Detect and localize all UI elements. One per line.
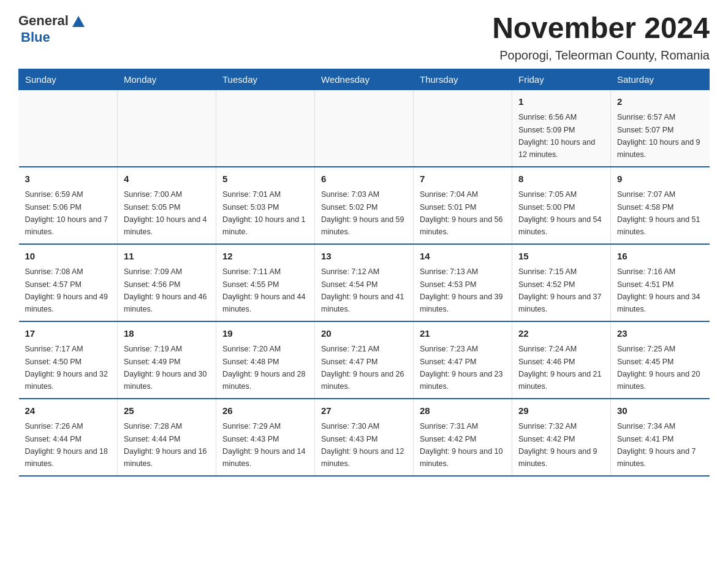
main-title: November 2024 — [492, 12, 710, 45]
calendar-cell: 25Sunrise: 7:28 AMSunset: 4:44 PMDayligh… — [118, 399, 216, 476]
calendar-cell: 11Sunrise: 7:09 AMSunset: 4:56 PMDayligh… — [118, 244, 216, 321]
calendar-cell: 17Sunrise: 7:17 AMSunset: 4:50 PMDayligh… — [19, 321, 118, 399]
calendar-cell: 28Sunrise: 7:31 AMSunset: 4:42 PMDayligh… — [414, 399, 512, 476]
day-info: Sunrise: 7:26 AMSunset: 4:44 PMDaylight:… — [25, 422, 108, 468]
calendar-cell: 26Sunrise: 7:29 AMSunset: 4:43 PMDayligh… — [216, 399, 315, 476]
calendar-cell: 24Sunrise: 7:26 AMSunset: 4:44 PMDayligh… — [19, 399, 118, 476]
calendar-cell — [216, 90, 315, 167]
day-number: 18 — [124, 327, 210, 341]
day-info: Sunrise: 7:20 AMSunset: 4:48 PMDaylight:… — [222, 345, 306, 391]
day-info: Sunrise: 7:17 AMSunset: 4:50 PMDaylight:… — [25, 345, 108, 391]
day-number: 14 — [420, 250, 506, 264]
day-info: Sunrise: 7:03 AMSunset: 5:02 PMDaylight:… — [321, 190, 404, 236]
day-number: 2 — [617, 95, 703, 109]
calendar-cell: 2Sunrise: 6:57 AMSunset: 5:07 PMDaylight… — [611, 90, 710, 167]
calendar-cell: 21Sunrise: 7:23 AMSunset: 4:47 PMDayligh… — [414, 321, 512, 399]
day-info: Sunrise: 7:07 AMSunset: 4:58 PMDaylight:… — [617, 190, 700, 236]
day-info: Sunrise: 7:31 AMSunset: 4:42 PMDaylight:… — [420, 422, 503, 468]
day-number: 26 — [222, 404, 308, 418]
day-info: Sunrise: 7:16 AMSunset: 4:51 PMDaylight:… — [617, 267, 700, 313]
calendar-cell: 13Sunrise: 7:12 AMSunset: 4:54 PMDayligh… — [315, 244, 414, 321]
title-section: November 2024 Poporogi, Teleorman County… — [492, 12, 710, 63]
day-info: Sunrise: 7:13 AMSunset: 4:53 PMDaylight:… — [420, 267, 503, 313]
calendar-cell: 20Sunrise: 7:21 AMSunset: 4:47 PMDayligh… — [315, 321, 414, 399]
calendar-cell — [118, 90, 216, 167]
calendar-header-thursday: Thursday — [414, 69, 512, 90]
calendar-cell: 9Sunrise: 7:07 AMSunset: 4:58 PMDaylight… — [611, 167, 710, 244]
logo-general-text: General — [18, 13, 69, 29]
calendar-header-tuesday: Tuesday — [216, 69, 315, 90]
calendar-cell: 15Sunrise: 7:15 AMSunset: 4:52 PMDayligh… — [512, 244, 611, 321]
subtitle: Poporogi, Teleorman County, Romania — [492, 48, 710, 63]
day-info: Sunrise: 7:05 AMSunset: 5:00 PMDaylight:… — [518, 190, 602, 236]
calendar-cell: 14Sunrise: 7:13 AMSunset: 4:53 PMDayligh… — [414, 244, 512, 321]
day-number: 17 — [25, 327, 112, 341]
calendar-cell: 19Sunrise: 7:20 AMSunset: 4:48 PMDayligh… — [216, 321, 315, 399]
calendar-header-monday: Monday — [118, 69, 216, 90]
day-number: 24 — [25, 404, 112, 418]
day-number: 25 — [124, 404, 210, 418]
page-header: General Blue November 2024 Poporogi, Tel… — [18, 12, 710, 63]
calendar-header-sunday: Sunday — [19, 69, 118, 90]
day-info: Sunrise: 7:32 AMSunset: 4:42 PMDaylight:… — [518, 422, 597, 468]
calendar-table: SundayMondayTuesdayWednesdayThursdayFrid… — [18, 69, 710, 477]
day-info: Sunrise: 6:56 AMSunset: 5:09 PMDaylight:… — [518, 113, 595, 159]
day-number: 15 — [518, 250, 604, 264]
calendar-cell: 22Sunrise: 7:24 AMSunset: 4:46 PMDayligh… — [512, 321, 611, 399]
day-number: 9 — [617, 172, 703, 186]
calendar-cell: 8Sunrise: 7:05 AMSunset: 5:00 PMDaylight… — [512, 167, 611, 244]
calendar-cell: 10Sunrise: 7:08 AMSunset: 4:57 PMDayligh… — [19, 244, 118, 321]
calendar-header-friday: Friday — [512, 69, 611, 90]
day-number: 7 — [420, 172, 506, 186]
calendar-week-row: 1Sunrise: 6:56 AMSunset: 5:09 PMDaylight… — [19, 90, 710, 167]
calendar-cell: 7Sunrise: 7:04 AMSunset: 5:01 PMDaylight… — [414, 167, 512, 244]
day-number: 30 — [617, 404, 703, 418]
calendar-cell: 5Sunrise: 7:01 AMSunset: 5:03 PMDaylight… — [216, 167, 315, 244]
day-number: 16 — [617, 250, 703, 264]
day-number: 1 — [518, 95, 604, 109]
calendar-header-wednesday: Wednesday — [315, 69, 414, 90]
logo-blue-text: Blue — [21, 29, 50, 45]
day-info: Sunrise: 7:19 AMSunset: 4:49 PMDaylight:… — [124, 345, 207, 391]
day-number: 28 — [420, 404, 506, 418]
day-number: 29 — [518, 404, 604, 418]
calendar-cell — [19, 90, 118, 167]
day-info: Sunrise: 7:24 AMSunset: 4:46 PMDaylight:… — [518, 345, 602, 391]
day-info: Sunrise: 7:08 AMSunset: 4:57 PMDaylight:… — [25, 267, 108, 313]
day-number: 22 — [518, 327, 604, 341]
calendar-cell: 6Sunrise: 7:03 AMSunset: 5:02 PMDaylight… — [315, 167, 414, 244]
calendar-cell: 12Sunrise: 7:11 AMSunset: 4:55 PMDayligh… — [216, 244, 315, 321]
calendar-header-saturday: Saturday — [611, 69, 710, 90]
day-info: Sunrise: 7:34 AMSunset: 4:41 PMDaylight:… — [617, 422, 696, 468]
calendar-cell: 1Sunrise: 6:56 AMSunset: 5:09 PMDaylight… — [512, 90, 611, 167]
day-number: 11 — [124, 250, 210, 264]
calendar-header-row: SundayMondayTuesdayWednesdayThursdayFrid… — [19, 69, 710, 90]
day-info: Sunrise: 7:09 AMSunset: 4:56 PMDaylight:… — [124, 267, 207, 313]
day-info: Sunrise: 7:29 AMSunset: 4:43 PMDaylight:… — [222, 422, 306, 468]
calendar-cell: 3Sunrise: 6:59 AMSunset: 5:06 PMDaylight… — [19, 167, 118, 244]
calendar-cell — [414, 90, 512, 167]
day-info: Sunrise: 7:30 AMSunset: 4:43 PMDaylight:… — [321, 422, 404, 468]
calendar-cell: 16Sunrise: 7:16 AMSunset: 4:51 PMDayligh… — [611, 244, 710, 321]
day-info: Sunrise: 7:11 AMSunset: 4:55 PMDaylight:… — [222, 267, 306, 313]
day-number: 20 — [321, 327, 407, 341]
logo: General Blue — [18, 12, 87, 45]
day-info: Sunrise: 7:04 AMSunset: 5:01 PMDaylight:… — [420, 190, 503, 236]
day-number: 23 — [617, 327, 703, 341]
calendar-cell: 4Sunrise: 7:00 AMSunset: 5:05 PMDaylight… — [118, 167, 216, 244]
calendar-cell: 23Sunrise: 7:25 AMSunset: 4:45 PMDayligh… — [611, 321, 710, 399]
day-info: Sunrise: 7:25 AMSunset: 4:45 PMDaylight:… — [617, 345, 700, 391]
day-info: Sunrise: 6:59 AMSunset: 5:06 PMDaylight:… — [25, 190, 108, 236]
svg-marker-0 — [72, 16, 85, 27]
calendar-week-row: 3Sunrise: 6:59 AMSunset: 5:06 PMDaylight… — [19, 167, 710, 244]
day-number: 13 — [321, 250, 407, 264]
day-info: Sunrise: 7:21 AMSunset: 4:47 PMDaylight:… — [321, 345, 404, 391]
day-info: Sunrise: 7:01 AMSunset: 5:03 PMDaylight:… — [222, 190, 306, 236]
day-number: 19 — [222, 327, 308, 341]
calendar-cell: 29Sunrise: 7:32 AMSunset: 4:42 PMDayligh… — [512, 399, 611, 476]
day-info: Sunrise: 7:28 AMSunset: 4:44 PMDaylight:… — [124, 422, 207, 468]
day-number: 3 — [25, 172, 112, 186]
day-number: 5 — [222, 172, 308, 186]
logo-triangle-icon — [70, 12, 87, 29]
calendar-week-row: 24Sunrise: 7:26 AMSunset: 4:44 PMDayligh… — [19, 399, 710, 476]
